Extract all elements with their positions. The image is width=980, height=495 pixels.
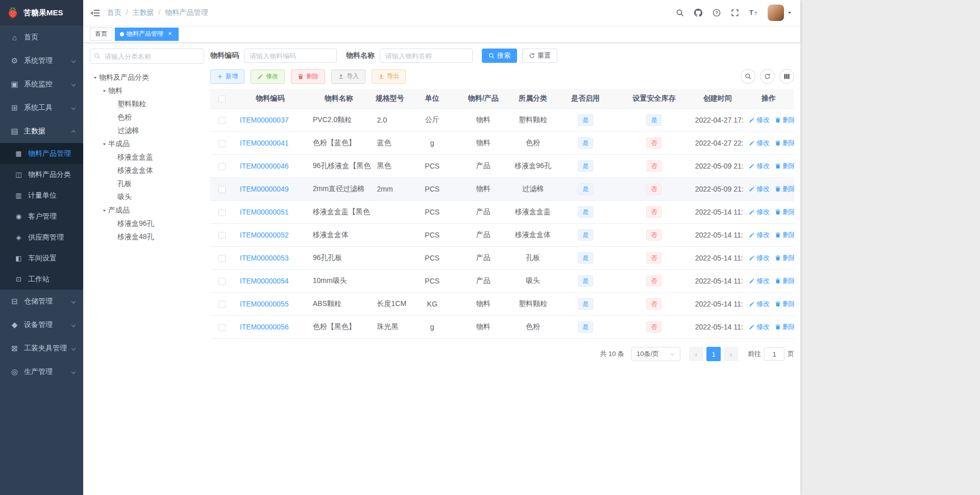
app-logo[interactable]: 苦糖果MES [0, 0, 83, 26]
delete-row-button[interactable]: 删除 [775, 184, 794, 194]
tree-node[interactable]: 半成品 [90, 137, 204, 151]
toolbar-button[interactable]: 新增 [210, 69, 244, 84]
delete-row-button[interactable]: 删除 [775, 138, 794, 148]
sidebar-subitem[interactable]: ▦ 物料产品管理 [0, 143, 83, 164]
columns-icon[interactable] [779, 69, 794, 84]
filter-input[interactable] [244, 49, 337, 63]
delete-row-button[interactable]: 删除 [775, 253, 794, 263]
filter-input[interactable] [380, 49, 473, 63]
delete-row-button[interactable]: 删除 [775, 276, 794, 286]
item-code-link[interactable]: ITEM00000055 [240, 300, 289, 308]
edit-row-button[interactable]: 修改 [749, 115, 770, 125]
row-checkbox[interactable] [218, 232, 226, 239]
row-checkbox[interactable] [218, 324, 226, 331]
tree-node[interactable]: 吸头 [90, 191, 204, 204]
caret-down-icon[interactable] [100, 208, 108, 213]
breadcrumb-item[interactable]: 物料产品管理 [165, 8, 217, 17]
row-checkbox[interactable] [218, 140, 226, 147]
sidebar-item[interactable]: ⚙ 系统管理 [0, 49, 83, 73]
sidebar-item[interactable]: ▣ 系统监控 [0, 73, 83, 96]
help-icon[interactable]: ? [707, 0, 726, 26]
item-code-link[interactable]: ITEM00000037 [240, 116, 289, 124]
row-checkbox[interactable] [218, 117, 226, 124]
sidebar-item[interactable]: ⊠ 工装夹具管理 [0, 337, 83, 360]
row-checkbox[interactable] [218, 209, 226, 216]
tree-node[interactable]: 塑料颗粒 [90, 98, 204, 111]
edit-row-button[interactable]: 修改 [749, 322, 770, 332]
row-checkbox[interactable] [218, 186, 226, 193]
sidebar-toggle-button[interactable] [83, 0, 107, 26]
tree-node[interactable]: 物料 [90, 84, 204, 98]
prev-page-button[interactable]: ‹ [689, 347, 703, 361]
refresh-icon[interactable] [760, 69, 775, 84]
search-toggle-icon[interactable] [741, 69, 755, 84]
tree-node[interactable]: 移液盒盒体 [90, 164, 204, 177]
sidebar-item[interactable]: ◎ 生产管理 [0, 360, 83, 384]
sidebar-subitem[interactable]: ▥ 计量单位 [0, 185, 83, 206]
sidebar-subitem[interactable]: ⊡ 工作站 [0, 269, 83, 290]
row-checkbox[interactable] [218, 163, 226, 170]
delete-row-button[interactable]: 删除 [775, 207, 794, 217]
row-checkbox[interactable] [218, 278, 226, 285]
goto-page-input[interactable] [764, 347, 785, 361]
row-checkbox[interactable] [218, 301, 226, 308]
row-checkbox[interactable] [218, 255, 226, 262]
sidebar-item[interactable]: ◆ 设备管理 [0, 313, 83, 337]
user-avatar[interactable] [768, 5, 792, 21]
item-code-link[interactable]: ITEM00000056 [240, 323, 289, 331]
page-number-button[interactable]: 1 [706, 347, 721, 361]
item-code-link[interactable]: ITEM00000053 [240, 254, 289, 262]
toolbar-button[interactable]: 导入 [331, 69, 365, 84]
tree-node[interactable]: 移液盒盒盖 [90, 151, 204, 164]
toolbar-button[interactable]: 修改 [251, 69, 285, 84]
tree-node[interactable]: 过滤棉 [90, 124, 204, 137]
close-icon[interactable]: × [166, 31, 174, 38]
tree-node[interactable]: 移液盒96孔 [90, 217, 204, 230]
tree-node[interactable]: 孔板 [90, 177, 204, 191]
sidebar-item[interactable]: ⊟ 仓储管理 [0, 290, 83, 313]
delete-row-button[interactable]: 删除 [775, 115, 794, 125]
github-icon[interactable] [689, 0, 707, 26]
item-code-link[interactable]: ITEM00000049 [240, 185, 289, 193]
edit-row-button[interactable]: 修改 [749, 207, 770, 217]
breadcrumb-item[interactable]: 主数据 [133, 8, 165, 17]
edit-row-button[interactable]: 修改 [749, 138, 770, 148]
breadcrumb-item[interactable]: 首页 [107, 8, 133, 17]
delete-row-button[interactable]: 删除 [775, 230, 794, 240]
tab[interactable]: 首页 × [90, 28, 112, 41]
sidebar-subitem[interactable]: ◉ 客户管理 [0, 206, 83, 227]
caret-down-icon[interactable] [100, 89, 108, 93]
edit-row-button[interactable]: 修改 [749, 276, 770, 286]
font-size-icon[interactable]: TT [744, 0, 764, 26]
caret-down-icon[interactable] [91, 76, 99, 80]
edit-row-button[interactable]: 修改 [749, 253, 770, 263]
edit-row-button[interactable]: 修改 [749, 161, 770, 171]
sidebar-subitem[interactable]: ◈ 供应商管理 [0, 227, 83, 248]
edit-row-button[interactable]: 修改 [749, 184, 770, 194]
item-code-link[interactable]: ITEM00000046 [240, 162, 289, 170]
tree-node[interactable]: 色粉 [90, 111, 204, 124]
item-code-link[interactable]: ITEM00000051 [240, 208, 289, 216]
tree-node[interactable]: 移液盒48孔 [90, 230, 204, 244]
next-page-button[interactable]: › [724, 347, 738, 361]
tree-node[interactable]: 产成品 [90, 204, 204, 217]
fullscreen-icon[interactable] [726, 0, 744, 26]
select-all-checkbox[interactable] [218, 96, 226, 103]
search-icon[interactable] [671, 0, 689, 26]
edit-row-button[interactable]: 修改 [749, 230, 770, 240]
item-code-link[interactable]: ITEM00000052 [240, 231, 289, 239]
delete-row-button[interactable]: 删除 [775, 322, 794, 332]
tree-node[interactable]: 物料及产品分类 [90, 71, 204, 84]
tab[interactable]: 物料产品管理 × [115, 28, 179, 41]
caret-down-icon[interactable] [100, 142, 108, 147]
delete-row-button[interactable]: 删除 [775, 299, 794, 309]
sidebar-item[interactable]: ▤ 主数据 [0, 120, 83, 143]
tree-search-input[interactable] [90, 49, 204, 64]
toolbar-button[interactable]: 导出 [372, 69, 406, 84]
sidebar-item[interactable]: ⌂ 首页 [0, 26, 83, 49]
edit-row-button[interactable]: 修改 [749, 299, 770, 309]
page-size-select[interactable]: 10条/页 [631, 347, 680, 361]
toolbar-button[interactable]: 删除 [291, 69, 325, 84]
item-code-link[interactable]: ITEM00000041 [240, 139, 289, 147]
delete-row-button[interactable]: 删除 [775, 161, 794, 171]
